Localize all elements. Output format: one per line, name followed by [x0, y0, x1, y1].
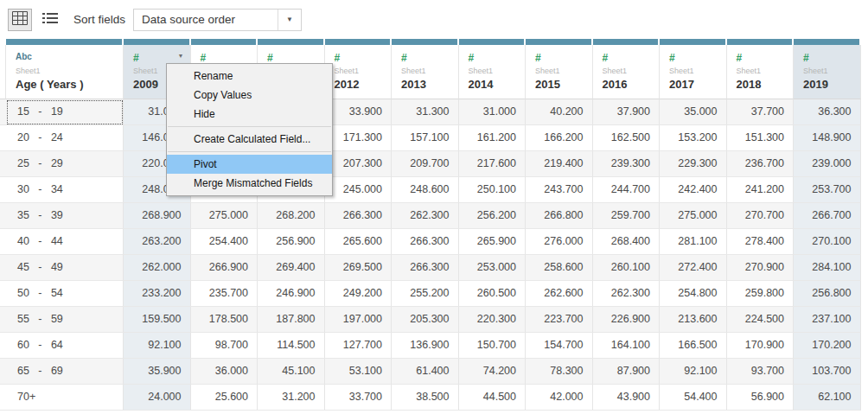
- menu-item-copy-values[interactable]: Copy Values: [167, 86, 332, 105]
- data-cell[interactable]: 269.400: [258, 255, 325, 281]
- menu-item-create-calculated-field[interactable]: Create Calculated Field...: [167, 130, 332, 149]
- data-cell[interactable]: 265.900: [459, 229, 527, 255]
- list-view-button[interactable]: [38, 9, 62, 31]
- data-cell[interactable]: 256.900: [258, 229, 325, 255]
- data-cell[interactable]: 62.100: [794, 385, 861, 411]
- data-cell[interactable]: 245.000: [325, 177, 393, 203]
- data-cell[interactable]: 92.100: [124, 333, 191, 359]
- data-cell[interactable]: 262.600: [526, 281, 593, 307]
- data-cell[interactable]: 276.000: [526, 229, 593, 255]
- data-cell[interactable]: 266.900: [191, 255, 258, 281]
- column-header-2018[interactable]: #Sheet12018: [727, 45, 795, 99]
- data-cell[interactable]: 220.300: [459, 307, 527, 333]
- data-cell[interactable]: 268.200: [258, 203, 325, 229]
- data-cell[interactable]: 170.200: [794, 333, 861, 359]
- data-cell[interactable]: 54.400: [660, 385, 727, 411]
- data-cell[interactable]: 38.500: [392, 385, 459, 411]
- column-menu-caret-icon[interactable]: ▼: [178, 53, 184, 59]
- data-cell[interactable]: 219.400: [526, 151, 593, 177]
- data-cell[interactable]: 205.300: [392, 307, 459, 333]
- data-cell[interactable]: 239.300: [593, 151, 661, 177]
- data-cell[interactable]: 114.500: [258, 333, 325, 359]
- data-cell[interactable]: 43.900: [593, 385, 661, 411]
- data-cell[interactable]: 24.000: [124, 385, 191, 411]
- data-cell[interactable]: 262.000: [124, 255, 191, 281]
- data-cell[interactable]: 275.000: [660, 203, 727, 229]
- data-cell[interactable]: 161.200: [459, 125, 527, 151]
- data-cell[interactable]: 31.000: [459, 99, 527, 125]
- data-cell[interactable]: 268.900: [124, 203, 191, 229]
- grid-view-button[interactable]: [8, 9, 32, 31]
- data-cell[interactable]: 235.700: [191, 281, 258, 307]
- data-cell[interactable]: 178.500: [191, 307, 258, 333]
- data-cell[interactable]: 207.300: [325, 151, 393, 177]
- data-cell[interactable]: 270.900: [727, 255, 795, 281]
- row-header-cell[interactable]: 15 - 19: [6, 99, 124, 125]
- data-cell[interactable]: 254.800: [660, 281, 727, 307]
- column-header-2013[interactable]: #Sheet12013: [392, 45, 459, 99]
- data-cell[interactable]: 166.200: [526, 125, 593, 151]
- data-cell[interactable]: 170.900: [727, 333, 795, 359]
- data-cell[interactable]: 148.900: [794, 125, 861, 151]
- data-cell[interactable]: 237.100: [794, 307, 861, 333]
- data-cell[interactable]: 25.600: [191, 385, 258, 411]
- data-cell[interactable]: 31.200: [258, 385, 325, 411]
- data-cell[interactable]: 37.700: [727, 99, 795, 125]
- data-cell[interactable]: 209.700: [392, 151, 459, 177]
- data-cell[interactable]: 270.700: [727, 203, 795, 229]
- data-cell[interactable]: 275.000: [191, 203, 258, 229]
- data-cell[interactable]: 248.600: [392, 177, 459, 203]
- data-cell[interactable]: 253.000: [459, 255, 527, 281]
- data-cell[interactable]: 242.400: [660, 177, 727, 203]
- data-cell[interactable]: 263.200: [124, 229, 191, 255]
- data-cell[interactable]: 266.300: [392, 229, 459, 255]
- data-cell[interactable]: 223.700: [526, 307, 593, 333]
- data-cell[interactable]: 226.900: [593, 307, 661, 333]
- data-cell[interactable]: 187.800: [258, 307, 325, 333]
- column-header-2012[interactable]: #Sheet12012: [325, 45, 393, 99]
- data-cell[interactable]: 150.700: [459, 333, 527, 359]
- data-cell[interactable]: 42.000: [526, 385, 593, 411]
- row-header-cell[interactable]: 60 - 64: [6, 333, 124, 359]
- data-cell[interactable]: 250.100: [459, 177, 527, 203]
- data-cell[interactable]: 224.500: [727, 307, 795, 333]
- data-cell[interactable]: 270.100: [794, 229, 861, 255]
- data-cell[interactable]: 171.300: [325, 125, 393, 151]
- data-cell[interactable]: 249.200: [325, 281, 393, 307]
- data-cell[interactable]: 262.300: [593, 281, 661, 307]
- data-cell[interactable]: 244.700: [593, 177, 661, 203]
- data-cell[interactable]: 56.900: [727, 385, 795, 411]
- row-header-cell[interactable]: 55 - 59: [6, 307, 124, 333]
- data-cell[interactable]: 259.800: [727, 281, 795, 307]
- column-header-2015[interactable]: #Sheet12015: [526, 45, 593, 99]
- data-cell[interactable]: 98.700: [191, 333, 258, 359]
- data-cell[interactable]: 153.200: [660, 125, 727, 151]
- data-cell[interactable]: 258.600: [526, 255, 593, 281]
- column-header-age-years[interactable]: AbcSheet1Age ( Years ): [6, 45, 124, 99]
- data-cell[interactable]: 233.200: [124, 281, 191, 307]
- row-header-cell[interactable]: 30 - 34: [6, 177, 124, 203]
- menu-item-merge-mismatched-fields[interactable]: Merge Mismatched Fields: [167, 174, 332, 193]
- data-cell[interactable]: 35.900: [124, 359, 191, 385]
- row-header-cell[interactable]: 20 - 24: [6, 125, 124, 151]
- row-header-cell[interactable]: 40 - 44: [6, 229, 124, 255]
- data-cell[interactable]: 256.800: [794, 281, 861, 307]
- data-cell[interactable]: 159.500: [124, 307, 191, 333]
- data-cell[interactable]: 166.500: [660, 333, 727, 359]
- row-header-cell[interactable]: 50 - 54: [6, 281, 124, 307]
- data-cell[interactable]: 33.700: [325, 385, 393, 411]
- data-cell[interactable]: 241.200: [727, 177, 795, 203]
- data-cell[interactable]: 268.400: [593, 229, 661, 255]
- data-cell[interactable]: 127.700: [325, 333, 393, 359]
- data-cell[interactable]: 266.700: [794, 203, 861, 229]
- data-cell[interactable]: 266.300: [325, 203, 393, 229]
- data-cell[interactable]: 31.300: [392, 99, 459, 125]
- data-cell[interactable]: 254.400: [191, 229, 258, 255]
- data-cell[interactable]: 262.300: [392, 203, 459, 229]
- row-header-cell[interactable]: 35 - 39: [6, 203, 124, 229]
- data-cell[interactable]: 103.700: [794, 359, 861, 385]
- data-cell[interactable]: 33.900: [325, 99, 393, 125]
- data-cell[interactable]: 45.100: [258, 359, 325, 385]
- column-header-2017[interactable]: #Sheet12017: [660, 45, 727, 99]
- row-header-cell[interactable]: 25 - 29: [6, 151, 124, 177]
